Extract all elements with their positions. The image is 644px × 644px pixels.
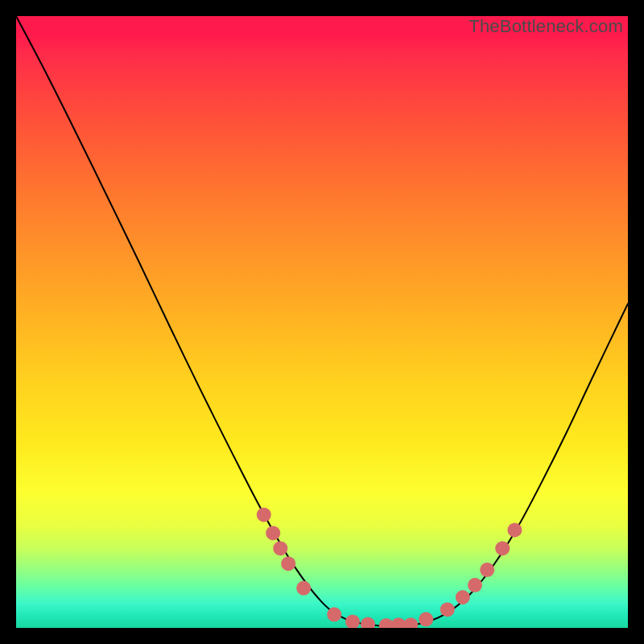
highlight-dot: [273, 541, 287, 555]
highlight-dot: [403, 617, 418, 628]
highlight-dot: [480, 563, 494, 577]
highlight-dot: [281, 556, 295, 571]
highlight-dot: [327, 607, 341, 621]
highlight-dot: [296, 581, 311, 596]
chart-svg: [16, 16, 628, 628]
highlight-dot: [345, 614, 360, 628]
highlight-dot: [495, 541, 510, 555]
bottleneck-curve: [16, 16, 628, 626]
highlight-dot: [507, 522, 522, 537]
highlight-dot: [257, 507, 271, 522]
highlight-dot: [419, 612, 433, 626]
highlight-dots-group: [257, 507, 522, 628]
highlight-dot: [456, 590, 470, 605]
highlight-dot: [391, 617, 406, 628]
highlight-dot: [361, 617, 375, 628]
highlight-dot: [266, 526, 280, 540]
highlight-dot: [468, 578, 482, 592]
highlight-dot: [440, 602, 455, 617]
chart-area: TheBottleneck.com: [16, 16, 628, 628]
highlight-dot: [379, 618, 394, 628]
